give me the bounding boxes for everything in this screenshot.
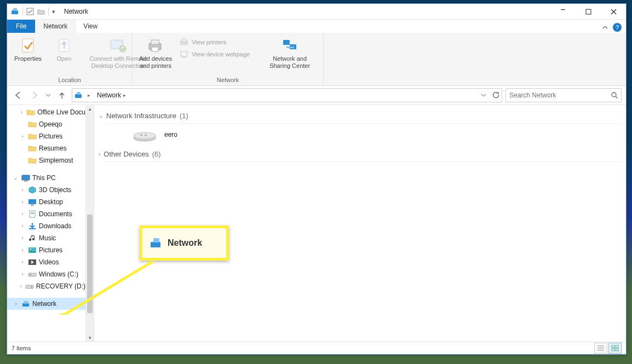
svg-point-35 <box>31 286 32 287</box>
tree-item[interactable]: ›RECOVERY (D:) <box>7 280 85 292</box>
tree-item[interactable]: ›Desktop <box>7 196 85 208</box>
tree-item[interactable]: Resumes <box>7 142 85 154</box>
expander-icon[interactable]: › <box>19 211 26 217</box>
tree-item[interactable]: ›Videos <box>7 256 85 268</box>
device-webpage-icon <box>180 50 188 59</box>
tab-view[interactable]: View <box>76 20 105 33</box>
expander-icon[interactable]: › <box>19 223 26 229</box>
expander-icon[interactable]: › <box>19 235 26 241</box>
address-bar[interactable]: ▸ Network ▸ <box>72 88 502 102</box>
expander-icon[interactable]: › <box>19 247 26 253</box>
svg-rect-14 <box>183 57 185 58</box>
svg-rect-24 <box>31 205 34 206</box>
details-view-icon <box>597 345 605 351</box>
folder-icon[interactable] <box>37 8 45 15</box>
expander-icon[interactable]: › <box>19 259 26 265</box>
refresh-button[interactable] <box>490 89 502 101</box>
view-tiles-button[interactable] <box>608 343 622 354</box>
tiles-view-icon <box>611 345 619 351</box>
expander-icon[interactable]: › <box>19 199 26 205</box>
tree-scrollbar[interactable]: ▴ ▾ <box>85 105 94 342</box>
svg-rect-4 <box>22 39 33 52</box>
address-dropdown-button[interactable] <box>478 89 490 101</box>
search-box[interactable] <box>505 88 622 102</box>
chevron-right-icon: ▸ <box>123 93 126 98</box>
file-menu[interactable]: File <box>7 20 35 33</box>
expander-icon[interactable]: › <box>19 284 23 289</box>
tree-item[interactable]: ›Music <box>7 232 85 244</box>
svg-rect-43 <box>616 345 618 348</box>
minimize-button[interactable]: − <box>550 4 576 19</box>
chevron-down-icon: ⌄ <box>99 113 103 119</box>
expander-icon[interactable]: › <box>19 109 24 115</box>
svg-point-20 <box>612 93 616 97</box>
close-icon <box>611 9 617 15</box>
tree-item[interactable]: Simplemost <box>7 154 85 166</box>
collapse-ribbon-button[interactable] <box>597 22 613 33</box>
search-button[interactable] <box>608 89 621 101</box>
sharing-center-button[interactable]: Network and Sharing Center <box>266 34 313 70</box>
status-item-count: 7 items <box>12 345 31 351</box>
search-input[interactable] <box>506 91 608 99</box>
qat-item-icon[interactable] <box>26 8 34 15</box>
arrow-right-icon <box>30 91 39 100</box>
expander-icon[interactable]: › <box>19 134 26 139</box>
open-button[interactable]: Open <box>47 34 82 63</box>
network-icon <box>21 299 30 308</box>
tree[interactable]: ›Office Live Docu Opeeqo ›Pictures Resum… <box>7 105 85 342</box>
tree-item[interactable]: Opeeqo <box>7 118 85 130</box>
annotation-label: Network <box>168 238 202 248</box>
category-infrastructure[interactable]: ⌄ Network Infrastructure (1) <box>99 112 622 120</box>
up-button[interactable] <box>55 89 68 102</box>
back-button[interactable] <box>12 89 25 102</box>
close-button[interactable] <box>601 4 626 19</box>
forward-button[interactable] <box>28 89 41 102</box>
content-pane[interactable]: ⌄ Network Infrastructure (1) eero › Othe… <box>94 105 626 342</box>
svg-point-30 <box>30 249 32 250</box>
tree-item[interactable]: ›Windows (C:) <box>7 268 85 280</box>
tree-item[interactable]: ›Downloads <box>7 220 85 232</box>
folder-icon <box>28 144 37 153</box>
recent-locations-button[interactable] <box>44 89 52 102</box>
tree-item-thispc[interactable]: ⌄This PC <box>7 172 85 184</box>
maximize-button[interactable] <box>576 4 601 19</box>
tree-item[interactable]: ›Pictures <box>7 244 85 256</box>
tree-item[interactable]: ›Pictures <box>7 130 85 142</box>
breadcrumb-root[interactable]: ▸ <box>84 89 94 102</box>
expander-icon[interactable]: › <box>19 271 26 277</box>
svg-rect-1 <box>13 8 17 11</box>
svg-rect-46 <box>151 242 160 247</box>
svg-rect-15 <box>283 40 290 45</box>
view-details-button[interactable] <box>594 343 607 354</box>
expander-icon[interactable]: ⌄ <box>13 175 19 181</box>
add-devices-button[interactable]: Add devices and printers <box>136 34 175 70</box>
view-webpage-button[interactable]: View device webpage <box>176 49 253 60</box>
svg-rect-28 <box>29 228 36 229</box>
drive-icon <box>25 282 34 291</box>
expander-icon[interactable]: › <box>13 301 19 307</box>
device-eero[interactable]: eero <box>131 127 622 142</box>
svg-rect-18 <box>75 94 82 98</box>
tree-item[interactable]: ›Documents <box>7 208 85 220</box>
scroll-thumb[interactable] <box>87 215 93 313</box>
tree-item[interactable]: ›3D Objects <box>7 184 85 196</box>
help-button[interactable]: ? <box>613 23 622 32</box>
breadcrumb-network[interactable]: Network ▸ <box>94 89 129 102</box>
category-other-devices[interactable]: › Other Devices (6) <box>99 150 622 158</box>
svg-rect-23 <box>28 199 36 204</box>
scroll-down-button[interactable]: ▾ <box>86 334 94 342</box>
tree-item[interactable]: ›Office Live Docu <box>7 106 85 118</box>
qat-overflow-icon[interactable]: ▾ <box>52 8 55 15</box>
tab-network[interactable]: Network <box>35 19 76 33</box>
chevron-right-icon: › <box>99 151 100 157</box>
properties-button[interactable]: Properties <box>10 34 45 63</box>
svg-rect-22 <box>24 181 27 182</box>
scroll-up-button[interactable]: ▴ <box>86 105 94 113</box>
documents-icon <box>28 210 37 218</box>
expander-icon[interactable]: › <box>19 187 26 193</box>
printer-add-icon <box>147 37 164 54</box>
tree-item-network[interactable]: ›Network <box>7 298 85 310</box>
view-printers-button[interactable]: View printers <box>176 37 253 48</box>
title-bar: ▾ Network − <box>7 4 626 20</box>
annotation-callout: Network <box>140 226 229 261</box>
